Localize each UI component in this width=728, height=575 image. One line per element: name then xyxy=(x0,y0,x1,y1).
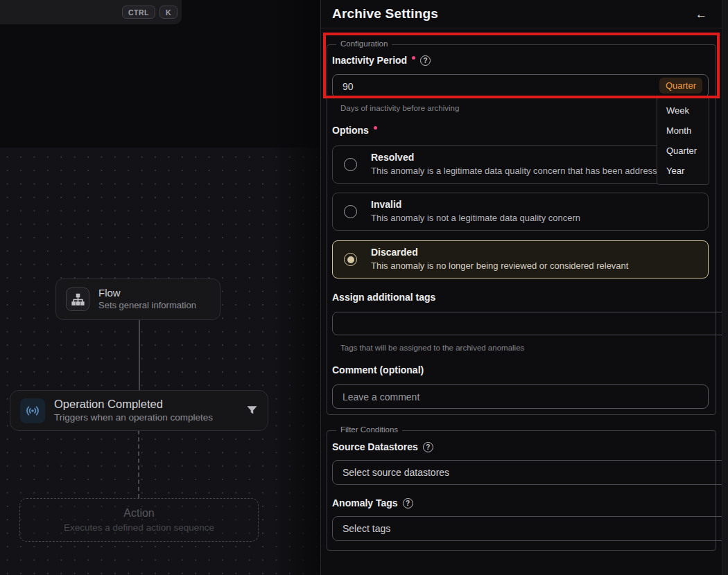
option-resolved[interactable]: Resolved This anomaly is a legitimate da… xyxy=(332,145,709,184)
inactivity-period-input[interactable] xyxy=(332,74,709,98)
command-search-bar[interactable]: CTRL K xyxy=(0,0,182,24)
node-operation-completed[interactable]: Operation Completed Triggers when an ope… xyxy=(10,390,268,431)
node-flow-subtitle: Sets general information xyxy=(98,300,196,312)
assign-tags-select[interactable]: ▼ xyxy=(332,312,728,335)
back-button[interactable]: ← xyxy=(695,8,707,20)
source-datastores-label: Source Datastores ? xyxy=(332,441,709,452)
panel-scrollbar[interactable] xyxy=(722,0,728,575)
connector-flow-to-operation xyxy=(139,320,140,390)
node-flow-title: Flow xyxy=(98,287,196,300)
unit-option-month[interactable]: Month xyxy=(657,121,709,141)
configuration-legend: Configuration xyxy=(336,39,392,48)
unit-dropdown-menu: Week Month Quarter Year xyxy=(657,96,709,185)
unit-selector-chip[interactable]: Quarter xyxy=(659,78,702,94)
connector-operation-to-action xyxy=(138,430,139,498)
unit-option-quarter[interactable]: Quarter xyxy=(657,141,709,161)
comment-label: Comment (optional) xyxy=(332,364,709,375)
help-icon[interactable]: ? xyxy=(423,442,433,452)
node-operation-title: Operation Completed xyxy=(54,397,213,412)
node-flow[interactable]: Flow Sets general information xyxy=(55,278,220,320)
required-dot xyxy=(374,126,377,130)
page-title: Archive Settings xyxy=(332,6,438,21)
filter-conditions-legend: Filter Conditions xyxy=(336,425,402,434)
required-dot xyxy=(412,56,415,60)
k-key-badge: K xyxy=(159,6,177,19)
option-invalid[interactable]: Invalid This anomaly is not a legitimate… xyxy=(332,193,709,231)
comment-input[interactable] xyxy=(332,384,709,409)
help-icon[interactable]: ? xyxy=(403,498,413,508)
inactivity-period-field: Quarter xyxy=(332,74,709,98)
unit-option-week[interactable]: Week xyxy=(657,100,709,121)
panel-header: Archive Settings ← xyxy=(321,0,722,28)
broadcast-icon xyxy=(20,398,45,423)
option-discarded[interactable]: Discarded This anomaly is no longer bein… xyxy=(332,240,709,278)
node-action-placeholder[interactable]: Action Executes a defined action sequenc… xyxy=(19,498,259,542)
sitemap-icon xyxy=(66,288,89,311)
unit-option-year[interactable]: Year xyxy=(657,161,709,181)
radio-unselected-icon[interactable] xyxy=(344,205,357,218)
assign-tags-helper-text: Tags that will be assigned to the archiv… xyxy=(340,344,717,352)
options-label: Options xyxy=(332,125,709,136)
inactivity-period-label: Inactivity Period ? xyxy=(332,55,709,66)
node-action-title: Action xyxy=(123,506,154,520)
node-action-subtitle: Executes a defined action sequence xyxy=(64,522,214,534)
node-operation-subtitle: Triggers when an operation completes xyxy=(54,412,213,424)
filter-funnel-icon[interactable] xyxy=(246,405,258,416)
help-icon[interactable]: ? xyxy=(420,55,431,66)
radio-selected-icon[interactable] xyxy=(344,253,357,266)
archive-settings-panel: Archive Settings ← Configuration Inactiv… xyxy=(320,0,728,575)
comment-field xyxy=(332,384,709,409)
assign-tags-label: Assign additional tags xyxy=(332,292,709,303)
source-datastores-select[interactable]: Select source datastores ▼ xyxy=(332,460,728,485)
anomaly-tags-label: Anomaly Tags ? xyxy=(332,497,709,508)
ctrl-key-badge: CTRL xyxy=(122,6,155,19)
anomaly-tags-select[interactable]: Select tags ▼ xyxy=(332,516,728,541)
radio-unselected-icon[interactable] xyxy=(344,158,357,171)
